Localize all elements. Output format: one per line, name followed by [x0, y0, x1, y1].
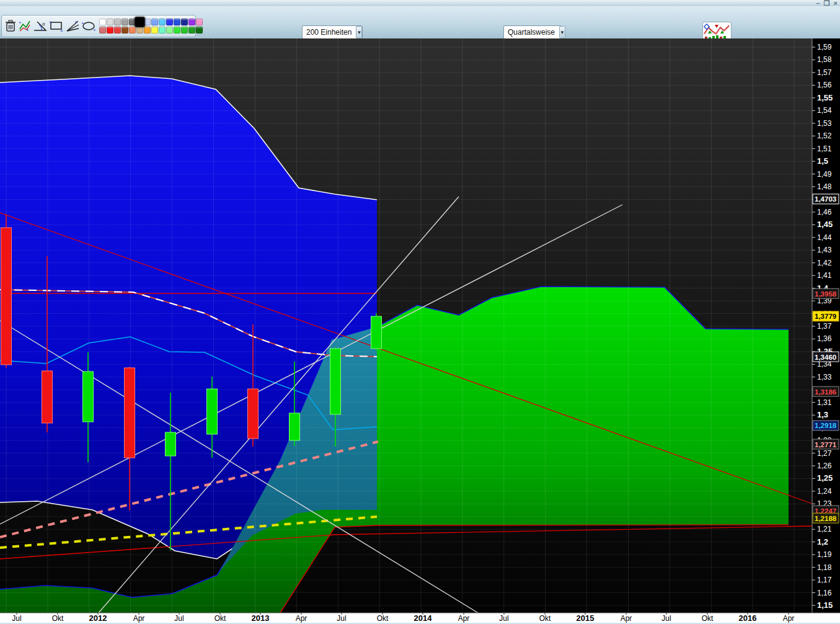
price-tick-label: 1,58 — [817, 55, 832, 64]
price-tag: 1,4703 — [813, 194, 839, 204]
tool-rectangle[interactable]: ×× — [49, 17, 64, 35]
price-tick-label: 1,18 — [817, 563, 832, 572]
chart-canvas[interactable]: 1,591,581,571,561,551,541,531,521,511,51… — [0, 38, 840, 624]
palette-swatch[interactable] — [136, 27, 143, 33]
time-axis: JulOkt2012AprJulOkt2013AprJulOkt2014AprJ… — [0, 613, 840, 624]
palette-swatch[interactable] — [188, 27, 195, 33]
price-tick-label: 1,25 — [817, 473, 833, 483]
palette-swatch[interactable] — [181, 19, 188, 25]
time-tick-label: Apr — [621, 614, 632, 623]
fan-lines-icon: + — [66, 20, 79, 32]
palette-swatch[interactable] — [166, 19, 173, 25]
price-tick-label: 1,57 — [817, 68, 832, 77]
price-tick-label: 1,21 — [817, 525, 832, 533]
palette-swatch[interactable] — [114, 27, 121, 33]
svg-text:+: + — [93, 27, 96, 32]
angle-icon: α — [33, 20, 47, 32]
price-tag: 1,2188 — [813, 513, 839, 523]
tool-indicators[interactable]: ++ — [18, 17, 32, 35]
palette-swatch[interactable] — [144, 19, 151, 25]
svg-text:1,3460: 1,3460 — [815, 354, 836, 361]
price-tick-label: 1,15 — [817, 600, 833, 610]
price-tick-label: 1,42 — [817, 259, 832, 267]
palette-swatch[interactable] — [174, 19, 180, 25]
palette-swatch[interactable] — [196, 19, 203, 25]
price-tick-label: 1,33 — [817, 373, 832, 381]
palette-swatch[interactable] — [151, 19, 158, 25]
price-tag: 1,3779 — [813, 311, 839, 321]
interval-dropdown-value: Quartalsweise — [504, 28, 559, 37]
palette-swatch-selected[interactable] — [135, 17, 145, 27]
palette-swatch[interactable] — [99, 27, 106, 33]
tool-delete[interactable] — [4, 17, 17, 35]
palette-swatch[interactable] — [144, 27, 151, 33]
svg-text:α: α — [42, 21, 45, 27]
palette-swatch[interactable] — [99, 19, 106, 25]
svg-text:×: × — [60, 28, 63, 32]
minimize-button[interactable]: – — [816, 0, 820, 6]
palette-swatch[interactable] — [196, 27, 203, 33]
titlebar: – ❐ × — [0, 0, 840, 6]
chart-area: 1,591,581,571,561,551,541,531,521,511,51… — [0, 38, 840, 624]
price-tick-label: 1,27 — [817, 449, 832, 458]
price-tick-label: 1,49 — [817, 170, 832, 179]
price-tick-label: 1,19 — [817, 550, 832, 559]
price-tick-label: 1,56 — [817, 81, 832, 89]
chevron-down-icon[interactable]: ▼ — [356, 26, 362, 38]
price-tick-label: 1,51 — [817, 145, 832, 153]
time-tick-label: Okt — [377, 614, 389, 623]
palette-swatch[interactable] — [181, 27, 188, 33]
candlestick-down — [1, 214, 12, 368]
svg-text:1,4703: 1,4703 — [815, 195, 836, 203]
interval-dropdown[interactable]: Quartalsweise ▼ — [503, 25, 562, 39]
price-tick-label: 1,31 — [817, 398, 832, 407]
palette-swatch[interactable] — [166, 27, 173, 33]
time-tick-label: Okt — [52, 614, 64, 623]
price-tick-label: 1,24 — [817, 487, 832, 496]
restore-button[interactable]: ❐ — [824, 0, 830, 6]
time-tick-label: 2014 — [414, 613, 433, 623]
units-dropdown[interactable]: 200 Einheiten ▼ — [302, 25, 363, 39]
price-tick-label: 1,43 — [817, 246, 832, 254]
chevron-down-icon[interactable]: ▼ — [559, 26, 565, 38]
palette-swatch[interactable] — [188, 19, 195, 25]
trash-icon — [5, 20, 16, 32]
price-axis: 1,591,581,571,561,551,541,531,521,511,51… — [812, 38, 840, 613]
palette-swatch[interactable] — [151, 27, 158, 33]
svg-text:1,3958: 1,3958 — [815, 290, 837, 298]
price-tick-label: 1,53 — [817, 119, 832, 128]
svg-text:1,2918: 1,2918 — [815, 422, 837, 429]
palette-swatch[interactable] — [122, 27, 128, 33]
close-button[interactable]: × — [834, 0, 838, 6]
price-tick-label: 1,16 — [817, 589, 832, 597]
price-tag: 1,2918 — [813, 421, 839, 430]
svg-text:1,3186: 1,3186 — [815, 388, 836, 396]
svg-text:1,2188: 1,2188 — [815, 515, 837, 522]
palette-swatch[interactable] — [159, 19, 166, 25]
price-tick-label: 1,37 — [817, 322, 832, 331]
tool-angle[interactable]: α — [33, 17, 48, 35]
ellipse-icon: ++ — [81, 20, 97, 32]
palette-swatch[interactable] — [107, 27, 113, 33]
palette-swatch[interactable] — [129, 27, 136, 33]
palette-swatch[interactable] — [159, 27, 166, 33]
price-tick-label: 1,2 — [817, 537, 828, 546]
palette-swatch[interactable] — [122, 19, 128, 25]
price-tick-label: 1,17 — [817, 576, 832, 584]
time-tick-label: Jul — [12, 614, 21, 623]
toolbar: ++ α ×× + ++ 200 Einheiten ▼ Q — [0, 6, 840, 39]
tool-fan-lines[interactable]: + — [65, 17, 80, 35]
time-tick-label: Jul — [174, 614, 183, 623]
price-tick-label: 1,5 — [817, 156, 828, 166]
time-tick-label: 2015 — [577, 613, 595, 623]
price-tick-label: 1,48 — [817, 182, 832, 191]
price-tick-label: 1,52 — [817, 131, 832, 140]
price-tick-label: 1,44 — [817, 233, 832, 242]
palette-swatch[interactable] — [114, 19, 121, 25]
tool-ellipse[interactable]: ++ — [81, 17, 96, 35]
palette-swatch[interactable] — [107, 19, 113, 25]
time-tick-label: Okt — [702, 614, 714, 623]
price-tick-label: 1,45 — [817, 220, 833, 229]
palette-swatch[interactable] — [174, 27, 180, 33]
svg-text:+: + — [19, 20, 22, 25]
